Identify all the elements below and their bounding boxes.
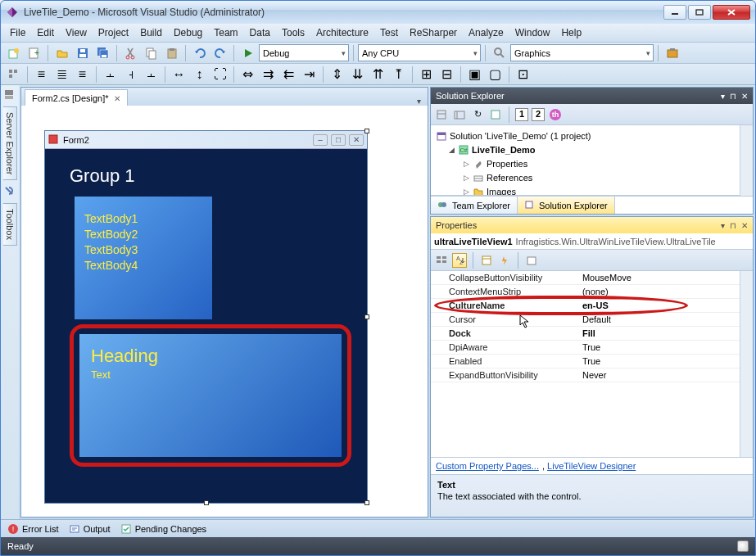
live-tile-view[interactable]: Group 1 TextBody1 TextBody2 TextBody3 Te…: [45, 149, 367, 503]
th-icon[interactable]: th: [548, 107, 563, 122]
align-left-icon[interactable]: ≡: [32, 66, 51, 84]
hspace-inc-icon[interactable]: ⇉: [259, 66, 278, 84]
menu-file[interactable]: File: [4, 25, 31, 40]
panel-dropdown-icon[interactable]: ▾: [721, 221, 725, 230]
prop-value[interactable]: MouseMove: [579, 271, 740, 284]
menu-build[interactable]: Build: [134, 25, 168, 40]
menu-tools[interactable]: Tools: [276, 25, 310, 40]
panel-dropdown-icon[interactable]: ▾: [721, 92, 725, 101]
align-bottom-icon[interactable]: ⫠: [142, 66, 161, 84]
scrollbar[interactable]: [740, 125, 753, 196]
open-icon[interactable]: [52, 44, 71, 62]
hspace-remove-icon[interactable]: ⇥: [300, 66, 319, 84]
property-object-selector[interactable]: ultraLiveTileView1 Infragistics.Win.Ultr…: [431, 233, 753, 250]
undo-icon[interactable]: [190, 44, 209, 62]
resize-handle[interactable]: [364, 314, 369, 319]
minimize-button[interactable]: [663, 5, 686, 20]
menu-team[interactable]: Team: [208, 25, 243, 40]
designer-link[interactable]: LiveTileView Designer: [547, 461, 636, 471]
menu-test[interactable]: Test: [374, 25, 404, 40]
properties-icon[interactable]: [434, 107, 449, 122]
show-all-icon[interactable]: [452, 107, 467, 122]
add-item-icon[interactable]: +: [25, 44, 43, 62]
alphabetical-icon[interactable]: AZ: [452, 253, 467, 268]
doc-tab-form2-design[interactable]: Form2.cs [Design]* ✕: [25, 89, 128, 106]
vspace-inc-icon[interactable]: ⇊: [348, 66, 367, 84]
bring-front-icon[interactable]: ▣: [465, 66, 484, 84]
new-project-icon[interactable]: [4, 44, 23, 62]
align-right-icon[interactable]: ≡: [73, 66, 92, 84]
prop-row-collapsebuttonvisibility[interactable]: CollapseButtonVisibilityMouseMove: [431, 271, 740, 285]
tile-wide[interactable]: Heading Text: [79, 334, 342, 457]
start-debug-icon[interactable]: [238, 44, 257, 62]
expand-icon[interactable]: ▷: [462, 160, 470, 168]
config-combo[interactable]: Debug: [259, 44, 349, 61]
error-list-tab[interactable]: !Error List: [7, 523, 59, 535]
expand-icon[interactable]: ▷: [462, 188, 470, 196]
toolbox-tab[interactable]: Toolbox: [3, 203, 17, 246]
copy-icon[interactable]: [142, 44, 161, 62]
solution-tree[interactable]: Solution 'LiveTile_Demo' (1 project) ◢C#…: [431, 125, 740, 196]
maximize-button[interactable]: [688, 5, 711, 20]
expand-icon[interactable]: ◢: [447, 146, 455, 154]
prop-value[interactable]: en-US: [579, 299, 740, 312]
team-explorer-tab[interactable]: Team Explorer: [431, 197, 518, 214]
prop-row-contextmenustrip[interactable]: ContextMenuStrip(none): [431, 285, 740, 299]
menu-debug[interactable]: Debug: [168, 25, 208, 40]
prop-value[interactable]: Fill: [579, 327, 740, 340]
vspace-remove-icon[interactable]: ⤒: [389, 66, 408, 84]
prop-row-cursor[interactable]: CursorDefault: [431, 313, 740, 327]
solution-explorer-tab[interactable]: Solution Explorer: [518, 197, 615, 214]
scrollbar[interactable]: [740, 271, 753, 457]
prop-value[interactable]: Default: [579, 313, 740, 326]
window-title-bar[interactable]: LiveTile_Demo - Microsoft Visual Studio …: [1, 1, 755, 24]
align-middle-icon[interactable]: ⫞: [121, 66, 140, 84]
center-v-icon[interactable]: ⊟: [437, 66, 456, 84]
prop-row-dock[interactable]: DockFill: [431, 327, 740, 341]
designer-form[interactable]: Form2 – □ ✕ Group 1 TextBody1 TextBody2: [44, 130, 368, 504]
save-icon[interactable]: [73, 44, 92, 62]
custom-pages-link[interactable]: Custom Property Pages...: [436, 461, 539, 471]
same-width-icon[interactable]: ↔: [170, 66, 188, 84]
align-grid-icon[interactable]: [4, 66, 23, 84]
tab-order-icon[interactable]: ⊡: [514, 66, 532, 84]
prop-row-expandbuttonvisibility[interactable]: ExpandButtonVisibilityNever: [431, 368, 740, 382]
server-explorer-tab[interactable]: Server Explorer: [3, 106, 17, 180]
menu-project[interactable]: Project: [93, 25, 134, 40]
prop-row-enabled[interactable]: EnabledTrue: [431, 355, 740, 368]
resize-handle[interactable]: [364, 129, 369, 133]
tree-images-folder[interactable]: ▷Images: [431, 184, 740, 196]
menu-help[interactable]: Help: [555, 25, 587, 40]
menu-edit[interactable]: Edit: [31, 25, 60, 40]
tab-dropdown-icon[interactable]: ▾: [410, 97, 428, 106]
send-back-icon[interactable]: ▢: [486, 66, 505, 84]
property-grid[interactable]: CollapseButtonVisibilityMouseMoveContext…: [431, 271, 740, 457]
menu-view[interactable]: View: [60, 25, 93, 40]
properties-page-icon[interactable]: [479, 253, 494, 268]
menu-resharper[interactable]: ReSharper: [404, 25, 463, 40]
view-code-icon[interactable]: [488, 107, 503, 122]
find-combo[interactable]: Graphics: [510, 44, 654, 61]
save-all-icon[interactable]: [93, 44, 112, 62]
nav-1-button[interactable]: 1: [515, 108, 528, 121]
align-top-icon[interactable]: ⫠: [101, 66, 120, 84]
paste-icon[interactable]: [162, 44, 181, 62]
categorized-icon[interactable]: [434, 253, 449, 268]
tree-properties[interactable]: ▷Properties: [431, 156, 740, 170]
vspace-equal-icon[interactable]: ⇕: [328, 66, 346, 84]
refresh-icon[interactable]: ↻: [470, 107, 485, 122]
resize-grip-icon[interactable]: [737, 540, 749, 552]
toolbox-icon[interactable]: [663, 44, 681, 62]
menu-data[interactable]: Data: [244, 25, 276, 40]
close-icon[interactable]: ✕: [741, 92, 748, 101]
tree-project[interactable]: ◢C#LiveTile_Demo: [431, 142, 740, 156]
close-button[interactable]: [713, 5, 750, 20]
prop-value[interactable]: True: [579, 341, 740, 354]
close-icon[interactable]: ✕: [114, 94, 120, 103]
redo-icon[interactable]: [211, 44, 229, 62]
prop-value[interactable]: True: [579, 355, 740, 368]
pending-changes-tab[interactable]: Pending Changes: [120, 523, 206, 535]
same-height-icon[interactable]: ↕: [190, 66, 209, 84]
property-pages-icon[interactable]: [524, 253, 539, 268]
expand-icon[interactable]: ▷: [462, 174, 470, 182]
